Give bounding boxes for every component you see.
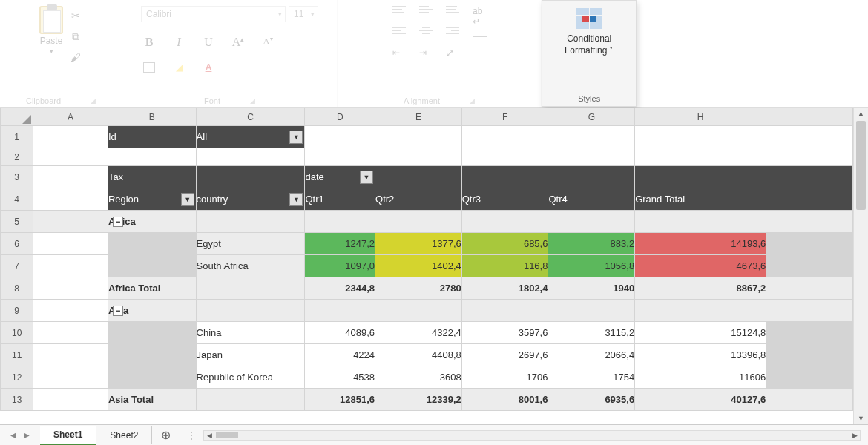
cell[interactable] [33, 148, 108, 166]
row-header[interactable]: 4 [1, 188, 33, 211]
cell[interactable] [766, 148, 853, 166]
cell[interactable] [766, 211, 853, 233]
cell[interactable] [108, 322, 196, 344]
cell[interactable] [375, 211, 462, 233]
pivot-id-label[interactable]: Id [108, 126, 196, 148]
cell[interactable] [548, 300, 635, 322]
value-cell[interactable]: 1056,8 [548, 255, 635, 277]
value-cell[interactable]: 4673,6 [635, 255, 766, 277]
cell[interactable] [33, 344, 108, 366]
align-right-button[interactable] [446, 27, 459, 39]
cell[interactable] [196, 166, 305, 188]
value-cell[interactable]: 14193,6 [635, 233, 766, 255]
sheet-tab[interactable]: Sheet1 [40, 426, 96, 445]
value-cell[interactable]: 1802,4 [461, 277, 548, 300]
scrollbar-thumb[interactable] [856, 121, 866, 210]
cell[interactable] [33, 166, 108, 188]
cell[interactable] [33, 277, 108, 300]
value-cell[interactable]: 2066,4 [548, 344, 635, 366]
pivot-qtr-header[interactable]: Qtr4 [548, 188, 635, 211]
value-cell[interactable]: 3608 [375, 366, 462, 389]
pivot-id-filter[interactable]: All▼ [196, 126, 305, 148]
cell[interactable] [108, 148, 196, 166]
value-cell[interactable]: 685,6 [461, 233, 548, 255]
align-middle-button[interactable] [419, 6, 433, 18]
value-cell[interactable]: 6935,6 [548, 389, 635, 411]
underline-button[interactable]: U [200, 36, 217, 49]
cell[interactable] [33, 255, 108, 277]
col-header[interactable]: B [108, 108, 196, 126]
col-header[interactable]: H [635, 108, 766, 126]
align-top-button[interactable] [392, 6, 406, 18]
value-cell[interactable]: 1097,0 [305, 255, 375, 277]
cell[interactable] [766, 188, 853, 211]
cell[interactable] [635, 148, 766, 166]
cell[interactable] [766, 233, 853, 255]
italic-button[interactable]: I [171, 36, 187, 49]
cell[interactable] [375, 300, 462, 322]
region-group[interactable]: −Africa [108, 211, 196, 233]
cell[interactable] [548, 211, 635, 233]
value-cell[interactable]: 12339,2 [375, 389, 462, 411]
conditional-formatting-button[interactable]: ConditionalFormatting [565, 8, 614, 56]
col-header[interactable]: D [305, 108, 375, 126]
region-total-label[interactable]: Africa Total [108, 277, 196, 300]
region-total-label[interactable]: Asia Total [108, 389, 196, 411]
bold-button[interactable]: B [141, 36, 157, 49]
scroll-up-icon[interactable]: ▲ [854, 108, 868, 119]
increase-font-button[interactable]: A▴ [230, 36, 246, 49]
tab-split-handle[interactable]: ⋮ [187, 430, 196, 441]
cell[interactable] [196, 277, 305, 300]
cell[interactable] [766, 126, 853, 148]
cell[interactable] [108, 255, 196, 277]
dropdown-icon[interactable]: ▼ [181, 193, 194, 206]
row-header[interactable]: 5 [1, 211, 33, 233]
scroll-left-icon[interactable]: ◀ [204, 431, 214, 440]
cell[interactable] [766, 300, 853, 322]
value-cell[interactable]: 2344,8 [305, 277, 375, 300]
row-header[interactable]: 13 [1, 389, 33, 411]
cell[interactable] [375, 166, 462, 188]
cell[interactable] [33, 211, 108, 233]
font-size-combo[interactable]: 11 [289, 6, 318, 22]
cell[interactable] [33, 188, 108, 211]
select-all-corner[interactable] [1, 108, 33, 126]
cell[interactable] [305, 211, 375, 233]
cell[interactable] [375, 148, 462, 166]
cell[interactable] [33, 300, 108, 322]
row-header[interactable]: 12 [1, 366, 33, 389]
value-cell[interactable]: 4408,8 [375, 344, 462, 366]
cell[interactable] [375, 126, 462, 148]
cell[interactable] [305, 148, 375, 166]
col-header[interactable]: F [461, 108, 548, 126]
value-cell[interactable]: 4538 [305, 366, 375, 389]
cell[interactable] [305, 126, 375, 148]
merge-cells-button[interactable] [473, 27, 486, 39]
pivot-qtr-header[interactable]: Qtr3 [461, 188, 548, 211]
cell[interactable] [33, 126, 108, 148]
cell[interactable] [635, 300, 766, 322]
row-header[interactable]: 2 [1, 148, 33, 166]
col-header[interactable]: A [33, 108, 108, 126]
dialog-launcher-icon[interactable]: ◢ [91, 97, 96, 105]
value-cell[interactable]: 40127,6 [635, 389, 766, 411]
scrollbar-thumb[interactable] [216, 432, 238, 438]
value-cell[interactable]: 8001,6 [461, 389, 548, 411]
font-name-combo[interactable]: Calibri [141, 6, 286, 22]
row-header[interactable]: 11 [1, 344, 33, 366]
cell[interactable] [196, 300, 305, 322]
format-painter-icon[interactable] [69, 50, 82, 64]
font-color-button[interactable] [200, 62, 217, 75]
value-cell[interactable]: 3115,2 [548, 322, 635, 344]
cell[interactable] [766, 255, 853, 277]
cell[interactable] [33, 322, 108, 344]
cell[interactable] [635, 166, 766, 188]
sheet-tab[interactable]: Sheet2 [96, 426, 152, 444]
cell[interactable] [33, 233, 108, 255]
decrease-font-button[interactable]: A▾ [260, 36, 276, 49]
add-sheet-button[interactable]: ⊕ [152, 428, 180, 442]
row-header[interactable]: 10 [1, 322, 33, 344]
increase-indent-button[interactable]: ⇥ [419, 47, 433, 59]
value-cell[interactable]: 2697,6 [461, 344, 548, 366]
value-cell[interactable]: 4089,6 [305, 322, 375, 344]
